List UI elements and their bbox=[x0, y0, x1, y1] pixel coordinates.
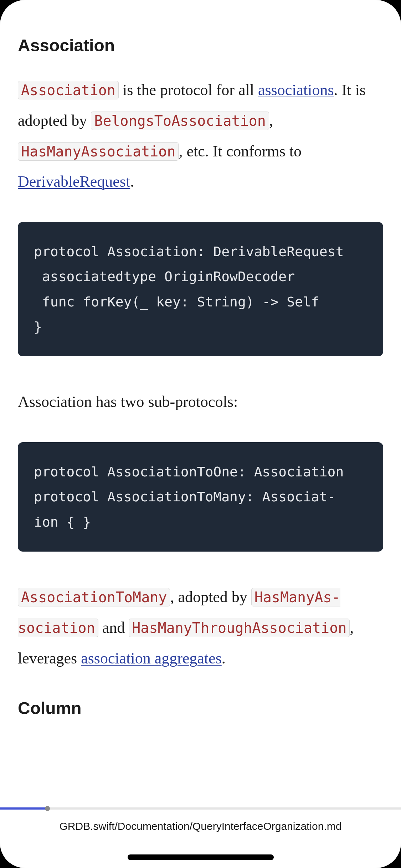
reading-progress-fill bbox=[0, 807, 47, 810]
association-intro-paragraph: Association is the protocol for all asso… bbox=[18, 75, 383, 197]
text-fragment: , bbox=[269, 112, 273, 129]
link-associations[interactable]: associa­tions bbox=[258, 81, 334, 99]
footer: GRDB.swift/Documentation/QueryInterfaceO… bbox=[0, 807, 401, 868]
text-fragment: and bbox=[98, 619, 129, 636]
association-to-many-paragraph: AssociationToMany, adopted by HasManyAs­… bbox=[18, 582, 383, 673]
code-has-many-association: HasManyAssociation bbox=[18, 142, 179, 161]
heading-association: Association bbox=[18, 36, 383, 55]
code-association-to-many: AssociationToMany bbox=[18, 588, 170, 606]
document-content[interactable]: Association Association is the protocol … bbox=[0, 0, 401, 807]
link-derivable-request[interactable]: DerivableRequest bbox=[18, 173, 130, 190]
text-fragment: . bbox=[130, 173, 134, 190]
text-fragment: , etc. It conforms to bbox=[179, 143, 302, 160]
code-association: Association bbox=[18, 81, 119, 99]
document-path: GRDB.swift/Documentation/QueryInterfaceO… bbox=[60, 820, 342, 832]
device-frame: Association Association is the protocol … bbox=[0, 0, 401, 868]
text-fragment: . bbox=[222, 650, 226, 667]
code-block-protocol-association: protocol Association: DerivableRequest a… bbox=[18, 222, 383, 356]
code-belongs-to-association: BelongsToAssocia­tion bbox=[91, 112, 269, 130]
reading-progress-track[interactable] bbox=[0, 807, 401, 810]
text-fragment: , adopted by bbox=[170, 588, 251, 606]
code-has-many-through-association: HasManyThroughAssociation bbox=[129, 619, 350, 637]
sub-protocols-paragraph: Association has two sub-protocols: bbox=[18, 387, 383, 417]
heading-column: Column bbox=[18, 698, 383, 718]
code-block-sub-protocols: protocol AssociationToOne: Association p… bbox=[18, 442, 383, 552]
home-indicator[interactable] bbox=[128, 854, 274, 860]
link-association-aggregates[interactable]: association aggregates bbox=[81, 650, 222, 667]
text-fragment: is the protocol for all bbox=[119, 81, 258, 99]
reading-progress-thumb[interactable] bbox=[45, 806, 50, 811]
